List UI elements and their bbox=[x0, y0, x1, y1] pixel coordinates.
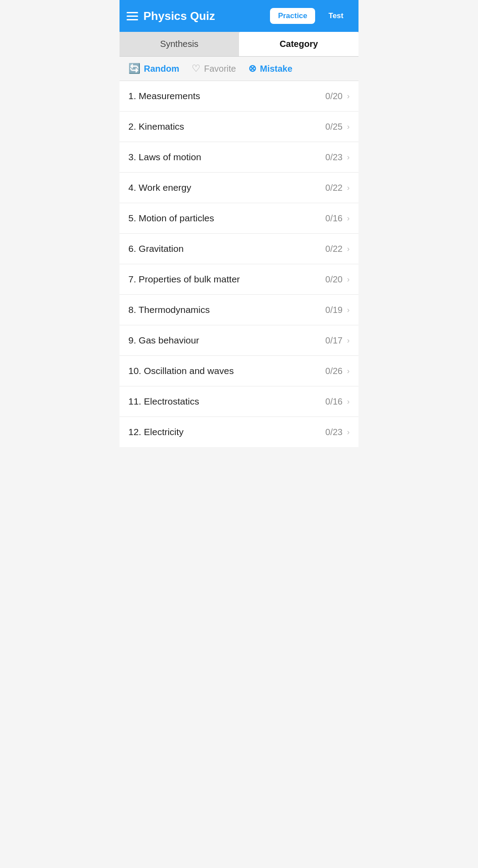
list-item[interactable]: 9. Gas behaviour0/17› bbox=[120, 325, 358, 356]
filter-random[interactable]: 🔄 Random bbox=[128, 63, 179, 74]
category-label-8: 8. Thermodynamics bbox=[128, 305, 210, 315]
filter-favorite-label: Favorite bbox=[204, 64, 236, 74]
mistake-icon: ⊗ bbox=[248, 63, 256, 74]
chevron-right-icon: › bbox=[347, 183, 350, 193]
tab-category[interactable]: Category bbox=[239, 32, 358, 56]
category-list: 1. Measurements0/20›2. Kinematics0/25›3.… bbox=[120, 81, 358, 447]
filter-favorite[interactable]: ♡ Favorite bbox=[192, 63, 236, 74]
list-item[interactable]: 11. Electrostatics0/16› bbox=[120, 386, 358, 417]
category-score-2: 0/25 bbox=[325, 122, 343, 132]
category-label-9: 9. Gas behaviour bbox=[128, 335, 199, 346]
category-right-8: 0/19› bbox=[325, 305, 350, 315]
chevron-right-icon: › bbox=[347, 244, 350, 254]
chevron-right-icon: › bbox=[347, 366, 350, 376]
list-item[interactable]: 2. Kinematics0/25› bbox=[120, 112, 358, 142]
category-right-3: 0/23› bbox=[325, 152, 350, 162]
chevron-right-icon: › bbox=[347, 92, 350, 101]
category-score-7: 0/20 bbox=[325, 274, 343, 285]
category-label-12: 12. Electricity bbox=[128, 427, 184, 437]
app-title: Physics Quiz bbox=[143, 9, 265, 23]
chevron-right-icon: › bbox=[347, 214, 350, 223]
chevron-right-icon: › bbox=[347, 305, 350, 315]
category-right-10: 0/26› bbox=[325, 366, 350, 376]
category-score-12: 0/23 bbox=[325, 427, 343, 437]
list-item[interactable]: 10. Oscillation and waves0/26› bbox=[120, 356, 358, 386]
favorite-icon: ♡ bbox=[192, 63, 200, 74]
category-label-11: 11. Electrostatics bbox=[128, 396, 199, 407]
category-score-8: 0/19 bbox=[325, 305, 343, 315]
tab-synthesis[interactable]: Synthesis bbox=[120, 32, 239, 56]
category-score-6: 0/22 bbox=[325, 244, 343, 254]
category-right-9: 0/17› bbox=[325, 336, 350, 346]
chevron-right-icon: › bbox=[347, 275, 350, 284]
category-right-1: 0/20› bbox=[325, 91, 350, 101]
list-item[interactable]: 5. Motion of particles0/16› bbox=[120, 203, 358, 234]
chevron-right-icon: › bbox=[347, 336, 350, 345]
hamburger-menu-icon[interactable] bbox=[127, 12, 138, 20]
filter-mistake[interactable]: ⊗ Mistake bbox=[248, 63, 292, 74]
category-label-2: 2. Kinematics bbox=[128, 121, 184, 132]
list-item[interactable]: 6. Gravitation0/22› bbox=[120, 234, 358, 264]
category-label-7: 7. Properties of bulk matter bbox=[128, 274, 240, 285]
chevron-right-icon: › bbox=[347, 397, 350, 406]
app-header: Physics Quiz Practice Test bbox=[120, 0, 358, 32]
filter-random-label: Random bbox=[144, 64, 179, 74]
category-right-11: 0/16› bbox=[325, 397, 350, 407]
category-label-4: 4. Work energy bbox=[128, 182, 191, 193]
category-label-5: 5. Motion of particles bbox=[128, 213, 214, 224]
category-score-11: 0/16 bbox=[325, 397, 343, 407]
practice-button[interactable]: Practice bbox=[270, 8, 315, 24]
filter-mistake-label: Mistake bbox=[260, 64, 292, 74]
category-label-6: 6. Gravitation bbox=[128, 243, 184, 254]
category-label-10: 10. Oscillation and waves bbox=[128, 366, 234, 376]
category-score-1: 0/20 bbox=[325, 91, 343, 101]
category-label-3: 3. Laws of motion bbox=[128, 152, 201, 162]
list-item[interactable]: 8. Thermodynamics0/19› bbox=[120, 295, 358, 325]
category-label-1: 1. Measurements bbox=[128, 91, 200, 101]
category-right-5: 0/16› bbox=[325, 213, 350, 224]
random-icon: 🔄 bbox=[128, 63, 140, 74]
chevron-right-icon: › bbox=[347, 153, 350, 162]
category-score-5: 0/16 bbox=[325, 213, 343, 224]
category-right-6: 0/22› bbox=[325, 244, 350, 254]
category-right-2: 0/25› bbox=[325, 122, 350, 132]
category-right-12: 0/23› bbox=[325, 427, 350, 437]
list-item[interactable]: 12. Electricity0/23› bbox=[120, 417, 358, 447]
chevron-right-icon: › bbox=[347, 428, 350, 437]
list-item[interactable]: 1. Measurements0/20› bbox=[120, 81, 358, 112]
filter-bar: 🔄 Random ♡ Favorite ⊗ Mistake bbox=[120, 57, 358, 81]
tab-bar: Synthesis Category bbox=[120, 32, 358, 57]
category-right-7: 0/20› bbox=[325, 274, 350, 285]
category-score-4: 0/22 bbox=[325, 183, 343, 193]
chevron-right-icon: › bbox=[347, 122, 350, 131]
category-score-3: 0/23 bbox=[325, 152, 343, 162]
category-score-9: 0/17 bbox=[325, 336, 343, 346]
category-score-10: 0/26 bbox=[325, 366, 343, 376]
list-item[interactable]: 4. Work energy0/22› bbox=[120, 173, 358, 203]
list-item[interactable]: 3. Laws of motion0/23› bbox=[120, 142, 358, 173]
test-button[interactable]: Test bbox=[320, 8, 351, 24]
category-right-4: 0/22› bbox=[325, 183, 350, 193]
list-item[interactable]: 7. Properties of bulk matter0/20› bbox=[120, 264, 358, 295]
